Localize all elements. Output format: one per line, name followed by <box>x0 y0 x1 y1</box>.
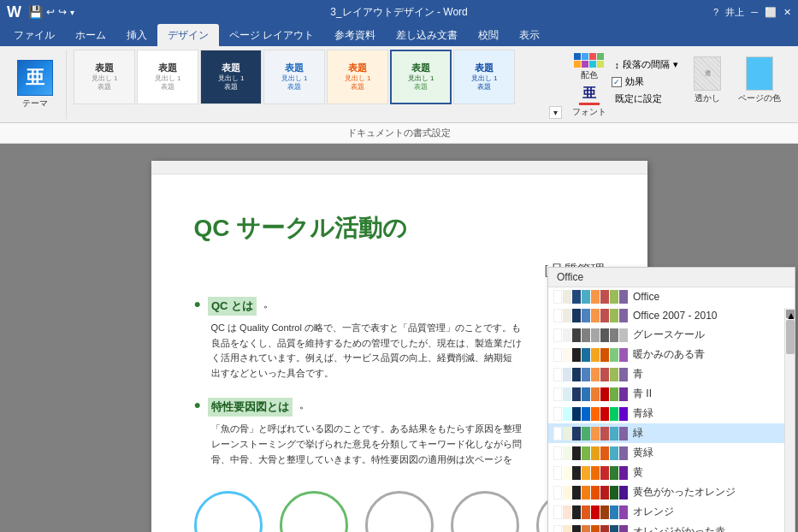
help-btn[interactable]: ? <box>713 7 718 17</box>
ribbon-tabs: ファイル ホーム 挿入 デザイン ページ レイアウト 参考資料 差し込み文書 校… <box>0 24 798 46</box>
tab-design[interactable]: デザイン <box>157 24 219 46</box>
quick-save-btn[interactable]: 💾 <box>28 5 43 19</box>
close-btn[interactable]: ✕ <box>783 7 791 18</box>
page-color-btn[interactable]: ページの色 <box>731 53 788 108</box>
dropdown-item-grayscale[interactable]: グレースケール <box>548 325 795 345</box>
tab-mailings[interactable]: 差し込み文書 <box>386 24 468 46</box>
font-btn[interactable]: 亜 フォント <box>572 85 606 118</box>
color-palette-group: 配色 亜 フォント <box>572 53 606 118</box>
swatches-yellow-green <box>553 446 628 460</box>
style-item-2[interactable]: 表題 見出し 1 表題 <box>137 50 198 104</box>
redo-btn[interactable]: ↪ <box>58 6 67 18</box>
word-icon: W <box>7 3 21 21</box>
item-label-teal: 青緑 <box>633 406 789 421</box>
dropdown-item-teal[interactable]: 青緑 <box>548 404 795 423</box>
effects-label: 効果 <box>625 75 644 88</box>
ribbon-group-theme: 亜 テーマ <box>7 50 67 119</box>
style-item-5[interactable]: 表題 見出し 1 表題 <box>327 50 388 104</box>
undo-btn[interactable]: ↩ <box>46 6 55 18</box>
watermark-label: 透かし <box>695 92 720 104</box>
doc-content: QC サークル活動の ［品質管理 ● QC とは 。 QC は Quality … <box>194 212 605 532</box>
watermark-btn[interactable]: 透 透かし <box>687 53 728 108</box>
dropdown-item-orange-red[interactable]: オレンジがかった赤 <box>548 522 795 532</box>
item-label-blue: 青 <box>633 367 789 381</box>
font-btn-label: フォント <box>572 106 606 118</box>
item-label-orange-red: オレンジがかった赤 <box>633 524 789 532</box>
dropdown-item-green[interactable]: 緑 <box>548 423 795 443</box>
tab-home[interactable]: ホーム <box>65 24 116 46</box>
dropdown-item-orange[interactable]: オレンジ <box>548 502 795 522</box>
scroll-up-arrow[interactable]: ▲ <box>786 310 795 318</box>
item-label-green: 緑 <box>633 426 789 440</box>
swatches-orange <box>553 505 628 519</box>
dropdown-item-office2007[interactable]: Office 2007 - 2010 <box>548 306 795 325</box>
doc-bar: ドキュメントの書式設定 <box>0 123 798 144</box>
item-label-yellow-orange: 黄色がかったオレンジ <box>633 485 789 499</box>
swatches-yellow-orange <box>553 486 628 499</box>
style-item-3[interactable]: 表題 見出し 1 表題 <box>200 50 262 104</box>
circle-1 <box>194 491 263 532</box>
dropdown-item-warm-blue[interactable]: 暖かみのある青 <box>548 345 795 364</box>
quick-access-dropdown[interactable]: ▾ <box>70 8 74 17</box>
circle-3 <box>365 491 434 532</box>
circle-2 <box>280 491 348 532</box>
tab-insert[interactable]: 挿入 <box>116 24 157 46</box>
item-label-grayscale: グレースケール <box>633 328 789 342</box>
effects-checkbox[interactable]: ✓ <box>612 77 622 87</box>
scroll-thumb[interactable] <box>786 320 795 354</box>
restore-btn[interactable]: ⬜ <box>765 7 777 18</box>
dropdown-scrollbar[interactable]: ▲ ▼ <box>784 308 795 532</box>
swatches-office <box>553 290 628 304</box>
minimize-btn[interactable]: ─ <box>751 7 758 17</box>
doc-subtitle: ［品質管理 <box>194 262 605 280</box>
item-label-blue2: 青 II <box>633 387 789 401</box>
swatches-grayscale <box>553 328 628 342</box>
title-bar-left: W 💾 ↩ ↪ ▾ <box>7 3 74 21</box>
section2-para: 「魚の骨」と呼ばれている図のことです。ある結果をもたらす原因を整理 レーンストー… <box>211 422 605 467</box>
style-item-7[interactable]: 表題 見出し 1 表題 <box>453 50 515 104</box>
set-default-btn[interactable]: 既定に設定 <box>612 91 683 107</box>
tab-view[interactable]: 表示 <box>509 24 550 46</box>
item-label-office2007: Office 2007 - 2010 <box>633 310 789 322</box>
tab-page-layout[interactable]: ページ レイアウト <box>219 24 324 46</box>
doc-bar-text: ドキュメントの書式設定 <box>347 127 451 139</box>
dropdown-list: Office Office 2007 - 2010 <box>548 287 795 532</box>
dropdown-item-yellow[interactable]: 黄 <box>548 463 795 482</box>
item-label-orange: オレンジ <box>633 505 789 519</box>
dropdown-item-blue2[interactable]: 青 II <box>548 384 795 404</box>
color-btn[interactable]: 配色 <box>574 53 604 81</box>
user-name: 井上 <box>725 6 744 19</box>
section1-bullet: ● QC とは 。 <box>194 297 605 316</box>
section1-symbol: 。 <box>263 297 274 311</box>
swatches-office2007 <box>553 309 628 322</box>
style-item-6[interactable]: 表題 見出し 1 表題 <box>390 50 452 104</box>
section2-symbol: 。 <box>299 398 310 412</box>
window-title: 3_レイアウトデザイン - Word <box>330 5 467 20</box>
theme-button[interactable]: 亜 テーマ <box>14 56 56 113</box>
theme-content: 亜 テーマ <box>14 50 56 119</box>
doc-circles <box>194 491 605 532</box>
gallery-scroll-btn[interactable]: ▾ <box>549 106 562 119</box>
styles-section: 表題 見出し 1 表題 表題 見出し 1 表題 表題 見出し 1 表題 <box>74 50 562 119</box>
item-label-yellow-green: 黄緑 <box>633 446 789 460</box>
page-color-icon <box>746 56 773 91</box>
section1-para: QC は Quality Control の略で、一言で表すと「品質管理」のこと… <box>211 321 605 381</box>
style-item-default[interactable]: 表題 見出し 1 表題 <box>74 50 135 104</box>
dropdown-item-office[interactable]: Office <box>548 287 795 306</box>
section1-header: QC とは <box>208 297 257 316</box>
tab-references[interactable]: 参考資料 <box>324 24 386 46</box>
theme-icon: 亜 <box>17 60 53 96</box>
style-item-4[interactable]: 表題 見出し 1 表題 <box>263 50 325 104</box>
doc-title: QC サークル活動の <box>194 212 605 245</box>
swatches-orange-red <box>553 525 628 533</box>
dropdown-item-yellow-green[interactable]: 黄緑 <box>548 443 795 463</box>
swatches-yellow <box>553 466 628 480</box>
ribbon: 亜 テーマ 表題 見出し 1 表題 表題 見出し 1 表題 <box>0 46 798 123</box>
tab-file[interactable]: ファイル <box>3 24 65 46</box>
dropdown-item-blue[interactable]: 青 <box>548 364 795 384</box>
tab-review[interactable]: 校閲 <box>468 24 509 46</box>
dropdown-item-yellow-orange[interactable]: 黄色がかったオレンジ <box>548 482 795 502</box>
dropdown-header: Office <box>548 268 795 287</box>
page-color-label: ページの色 <box>738 92 781 104</box>
spacing-btn[interactable]: ↕ 段落の間隔 ▾ <box>612 56 683 73</box>
